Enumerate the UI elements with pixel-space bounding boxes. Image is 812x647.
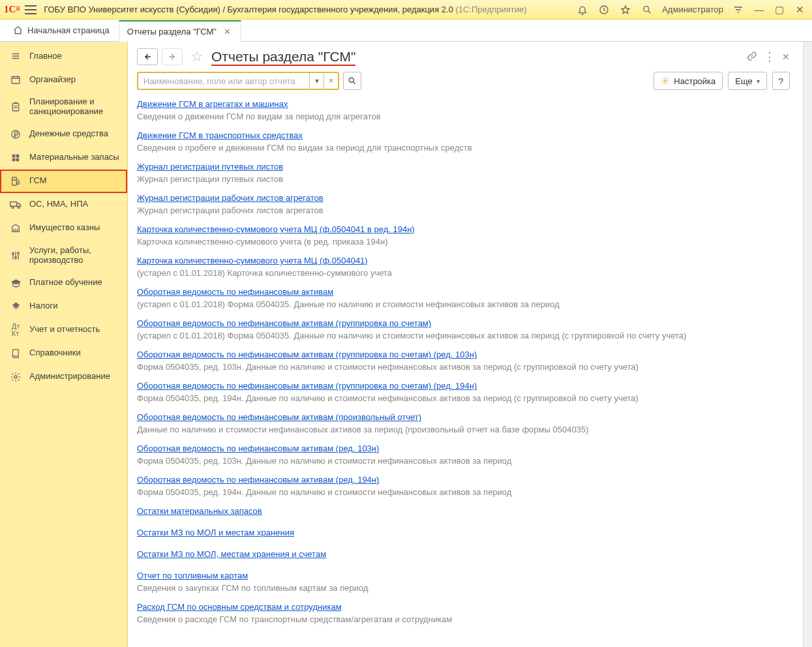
report-link[interactable]: Оборотная ведомость по нефинансовым акти… [137,381,477,391]
svg-point-12 [18,206,20,208]
report-link[interactable]: Оборотная ведомость по нефинансовым акти… [137,412,421,422]
user-name[interactable]: Администратор [659,5,726,14]
report-description: Сведения о движении ГСМ по видам за пери… [137,112,790,121]
report-item: Отчет по топливным картамСведения о заку… [137,571,790,593]
more-button-label: Еще [735,76,752,86]
page-header: ☆ Отчеты раздела "ГСМ" ⋮ ✕ [137,48,790,65]
report-item: Расход ГСМ по основным средствам и сотру… [137,602,790,624]
minimize-button[interactable]: — [751,4,768,15]
active-tab[interactable]: Отчеты раздела "ГСМ" ✕ [119,20,241,42]
report-link[interactable]: Оборотная ведомость по нефинансовым акти… [137,287,333,297]
caret-down-icon: ▾ [757,78,760,85]
nav-forward-button[interactable] [162,48,183,65]
star-icon[interactable] [616,2,635,18]
report-description: Форма 0504035, ред. 103н. Данные по нали… [137,362,790,372]
hamburger-icon[interactable] [25,5,37,14]
report-link[interactable]: Оборотная ведомость по нефинансовым акти… [137,318,431,328]
svg-point-14 [15,256,17,258]
sidebar-item-label: ОС, НМА, НПА [29,200,121,209]
link-icon[interactable] [747,51,757,63]
sidebar-item-money[interactable]: Денежные средства [0,123,127,146]
report-link[interactable]: Карточка количественно-суммового учета М… [137,256,368,265]
report-description: Форма 0504035, ред. 194н. Данные по нали… [137,393,790,403]
sidebar-item-label: ГСМ [29,176,121,186]
svg-rect-3 [12,104,18,111]
report-item: Оборотная ведомость по нефинансовым акти… [137,287,790,309]
sidebar-item-admin[interactable]: Администрирование [0,365,127,389]
report-description: Журнал регистрации рабочих листов агрега… [137,205,790,215]
report-link[interactable]: Оборотная ведомость по нефинансовым акти… [137,475,379,485]
sidebar-item-accounting[interactable]: ДтКт Учет и отчетность [0,318,127,342]
svg-point-18 [665,80,667,82]
sidebar-item-label: Материальные запасы [29,153,121,162]
sidebar-item-label: Планирование и санкционирование [29,97,121,117]
search-icon[interactable] [638,2,656,18]
report-icon: ДтКт [9,324,22,336]
bank-icon [9,222,22,234]
sliders-icon [9,250,22,262]
sidebar-item-label: Налоги [29,301,121,311]
report-link[interactable]: Движение ГСМ в транспортных средствах [137,130,303,140]
book-icon [9,348,22,359]
active-tab-label: Отчеты раздела "ГСМ" [127,27,217,37]
calendar-icon [9,74,22,85]
sidebar-item-education[interactable]: Платное обучение [0,271,127,295]
report-item: Остатки материальных запасов [137,506,790,519]
report-item: Движение ГСМ в транспортных средствахСве… [137,130,790,153]
favorite-star-icon[interactable]: ☆ [190,48,203,65]
sidebar-item-assets[interactable]: ОС, НМА, НПА [0,193,127,217]
search-clear-button[interactable]: × [323,73,338,89]
report-item: Карточка количественно-суммового учета М… [137,256,790,278]
close-tab-button[interactable]: ✕ [222,26,233,37]
report-link[interactable]: Отчет по топливным картам [137,571,248,580]
report-link[interactable]: Остатки материальных запасов [137,506,262,516]
help-button[interactable]: ? [772,72,790,90]
close-window-button[interactable]: ✕ [791,4,808,16]
nav-back-button[interactable] [137,48,158,65]
find-button[interactable] [343,72,361,90]
search-field: ▾ × [137,72,339,90]
svg-rect-10 [10,202,17,206]
report-link[interactable]: Остатки МЗ по МОЛ и местам хранения [137,528,294,537]
sidebar-item-taxes[interactable]: Налоги [0,295,127,318]
more-button[interactable]: Еще ▾ [728,72,766,90]
report-link[interactable]: Оборотная ведомость по нефинансовым акти… [137,444,379,453]
sidebar-item-planning[interactable]: Планирование и санкционирование [0,91,127,123]
svg-rect-5 [12,155,16,158]
ruble-icon [9,128,22,140]
search-dropdown-button[interactable]: ▾ [309,73,323,89]
report-link[interactable]: Журнал регистрации путевых листов [137,162,283,172]
svg-rect-7 [12,158,16,161]
search-input[interactable] [138,73,309,89]
history-icon[interactable] [595,2,613,18]
sidebar-item-materials[interactable]: Материальные запасы [0,146,127,170]
sidebar-item-services[interactable]: Услуги, работы, производство [0,240,127,271]
svg-rect-8 [16,158,20,161]
report-link[interactable]: Журнал регистрации рабочих листов агрега… [137,193,323,203]
sidebar-item-label: Справочники [29,348,121,358]
filter-lines-icon[interactable] [729,2,747,18]
close-page-button[interactable]: ✕ [782,52,790,62]
report-link[interactable]: Остатки МЗ по МОЛ, местам хранения и сче… [137,549,326,559]
clipboard-icon [9,101,22,113]
sidebar-item-treasury[interactable]: Имущество казны [0,217,127,240]
kebab-menu-icon[interactable]: ⋮ [764,50,775,64]
svg-point-17 [349,78,353,82]
sidebar-item-label: Денежные средства [29,129,121,139]
eagle-icon [9,301,22,312]
settings-button[interactable]: Настройка [654,72,723,90]
sidebar-item-fuel[interactable]: ГСМ [0,170,127,193]
maximize-button[interactable]: ▢ [771,4,788,16]
report-item: Движение ГСМ в агрегатах и машинахСведен… [137,99,790,121]
report-link[interactable]: Расход ГСМ по основным средствам и сотру… [137,602,342,612]
report-link[interactable]: Оборотная ведомость по нефинансовым акти… [137,350,477,359]
report-link[interactable]: Карточка количественно-суммового учета М… [137,224,415,234]
report-link[interactable]: Движение ГСМ в агрегатах и машинах [137,99,288,109]
sidebar-item-organizer[interactable]: Органайзер [0,68,127,91]
bell-icon[interactable] [573,2,592,18]
sidebar-item-catalogs[interactable]: Справочники [0,342,127,365]
scrollbar[interactable] [803,42,812,647]
svg-point-15 [18,252,20,254]
sidebar-item-main[interactable]: Главное [0,44,127,68]
home-tab[interactable]: Начальная страница [4,20,119,41]
